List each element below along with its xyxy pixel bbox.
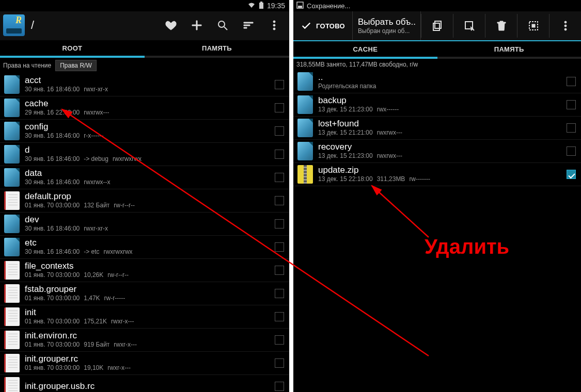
file-icon <box>4 261 20 280</box>
item-checkbox[interactable] <box>275 335 284 345</box>
app-icon[interactable] <box>3 14 25 36</box>
item-meta: 13 дек. 15 21:21:00rwxrwx--- <box>318 129 563 137</box>
file-list-right: ..Родительская папкаbackup13 дек. 15 21:… <box>293 70 581 392</box>
item-meta: 30 янв. 16 18:46:00-> debugrwxrwxrwx <box>25 155 272 164</box>
item-checkbox[interactable] <box>275 266 284 275</box>
item-text: d30 янв. 16 18:46:00-> debugrwxrwxrwx <box>25 145 272 163</box>
svg-point-2 <box>218 21 225 27</box>
tab-cache[interactable]: CACHE <box>293 41 437 59</box>
list-item[interactable]: recovery13 дек. 15 21:23:00rwxrwx--- <box>293 140 581 163</box>
item-meta: 01 янв. 70 03:00:00132 Байтrw-r--r-- <box>25 202 272 210</box>
list-item[interactable]: fstab.grouper01 янв. 70 03:00:001,47Krw-… <box>0 282 289 305</box>
list-item[interactable]: config30 янв. 16 18:46:00r-x------ <box>0 120 289 143</box>
item-checkbox[interactable] <box>275 242 284 252</box>
list-item[interactable]: update.zip13 дек. 15 22:18:00311,23MBrw-… <box>293 163 581 186</box>
item-text: init.grouper.usb.rc <box>25 382 272 391</box>
cut-icon[interactable] <box>453 14 485 38</box>
list-item[interactable]: etc30 янв. 16 18:46:00-> etcrwxrwxrwx <box>0 236 289 259</box>
svg-rect-1 <box>260 2 262 3</box>
list-item[interactable]: d30 янв. 16 18:46:00-> debugrwxrwxrwx <box>0 143 289 166</box>
done-button[interactable]: ГОТОВО <box>293 11 353 40</box>
folder-icon <box>4 238 20 256</box>
perm-toggle-button[interactable]: Права R/W <box>55 60 97 71</box>
favorite-icon[interactable] <box>159 13 183 37</box>
item-meta: 30 янв. 16 18:46:00r-x------ <box>25 132 272 140</box>
list-item[interactable]: default.prop01 янв. 70 03:00:00132 Байтr… <box>0 189 289 213</box>
list-item[interactable]: file_contexts01 янв. 70 03:00:0010,26Krw… <box>0 259 289 282</box>
item-name: fstab.grouper <box>25 285 272 295</box>
breadcrumb[interactable]: / <box>27 19 157 32</box>
item-text: init.environ.rc01 янв. 70 03:00:00919 Ба… <box>25 331 272 349</box>
file-icon <box>4 331 20 349</box>
item-name: lost+found <box>318 119 563 129</box>
tab-root[interactable]: ROOT <box>0 40 145 58</box>
item-name: d <box>25 145 272 155</box>
item-checkbox[interactable] <box>275 289 284 298</box>
item-meta: 13 дек. 15 22:18:00311,23MBrw------- <box>318 175 563 184</box>
list-item[interactable]: init.environ.rc01 янв. 70 03:00:00919 Ба… <box>0 329 289 352</box>
item-text: cache29 янв. 16 22:09:00rwxrwx--- <box>25 99 272 117</box>
svg-point-15 <box>564 28 567 30</box>
item-checkbox[interactable] <box>567 123 576 133</box>
item-checkbox[interactable] <box>275 126 284 136</box>
item-checkbox[interactable] <box>275 196 284 205</box>
list-item[interactable]: cache29 янв. 16 22:09:00rwxrwx--- <box>0 96 289 120</box>
item-checkbox[interactable] <box>275 382 284 391</box>
status-bar-right: Сохранение... <box>293 0 581 11</box>
perm-label: Права на чтение <box>3 62 51 69</box>
item-checkbox[interactable] <box>567 146 576 156</box>
list-item[interactable]: ..Родительская папка <box>293 70 581 93</box>
overflow-menu-icon[interactable] <box>262 13 286 37</box>
item-name: etc <box>25 238 272 248</box>
item-meta: 13 дек. 15 21:23:00rwxrwx--- <box>318 152 563 160</box>
item-text: file_contexts01 янв. 70 03:00:0010,26Krw… <box>25 262 272 279</box>
tabs-right: CACHE ПАМЯТЬ <box>293 41 581 59</box>
overflow-menu-icon[interactable] <box>549 14 581 38</box>
tab-memory[interactable]: ПАМЯТЬ <box>437 41 582 59</box>
item-text: lost+found13 дек. 15 21:21:00rwxrwx--- <box>318 119 563 137</box>
item-checkbox[interactable] <box>275 219 284 228</box>
svg-point-14 <box>564 25 567 27</box>
list-item[interactable]: dev30 янв. 16 18:46:00rwxr-xr-x <box>0 213 289 236</box>
search-icon[interactable] <box>211 13 234 37</box>
item-text: backup13 дек. 15 21:23:00rwx------ <box>318 96 563 113</box>
item-name: init.grouper.usb.rc <box>25 382 272 391</box>
item-checkbox[interactable] <box>275 150 284 159</box>
tab-memory[interactable]: ПАМЯТЬ <box>145 40 289 58</box>
item-checkbox[interactable] <box>275 103 284 112</box>
delete-icon[interactable] <box>485 14 517 38</box>
item-checkbox[interactable] <box>567 170 576 179</box>
list-item[interactable]: init.grouper.usb.rc <box>0 375 289 392</box>
status-bar: 19:35 <box>0 0 289 11</box>
item-checkbox[interactable] <box>275 80 284 89</box>
list-item[interactable]: init.grouper.rc01 янв. 70 03:00:0019,10K… <box>0 352 289 375</box>
add-icon[interactable] <box>185 13 209 37</box>
sort-icon[interactable] <box>237 13 260 37</box>
svg-point-13 <box>564 21 567 23</box>
list-item[interactable]: lost+found13 дек. 15 21:21:00rwxrwx--- <box>293 117 581 140</box>
folder-icon <box>297 119 313 137</box>
storage-info: 318,55MB занято, 117,47MB свободно, r/w <box>293 59 581 70</box>
item-checkbox[interactable] <box>567 77 576 86</box>
done-label: ГОТОВО <box>316 22 345 30</box>
folder-icon <box>297 142 313 160</box>
item-text: default.prop01 янв. 70 03:00:00132 Байтr… <box>25 192 272 209</box>
item-checkbox[interactable] <box>275 312 284 321</box>
copy-icon[interactable] <box>421 14 453 38</box>
item-name: cache <box>25 99 272 109</box>
item-meta: 01 янв. 70 03:00:0010,26Krw-r--r-- <box>25 271 272 280</box>
list-item[interactable]: init01 янв. 70 03:00:00175,21Krwxr-x--- <box>0 305 289 329</box>
list-item[interactable]: backup13 дек. 15 21:23:00rwx------ <box>293 93 581 117</box>
file-list-left: acct30 янв. 16 18:46:00rwxr-xr-xcache29 … <box>0 73 289 392</box>
item-text: etc30 янв. 16 18:46:00-> etcrwxrwxrwx <box>25 238 272 256</box>
item-checkbox[interactable] <box>275 358 284 368</box>
item-checkbox[interactable] <box>275 173 284 182</box>
item-meta: 13 дек. 15 21:23:00rwx------ <box>318 106 563 114</box>
list-item[interactable]: data30 янв. 16 18:46:00rwxrwx--x <box>0 166 289 189</box>
top-bar: / <box>0 11 289 40</box>
item-checkbox[interactable] <box>567 100 576 109</box>
item-meta: Родительская папка <box>318 83 563 91</box>
select-all-icon[interactable] <box>517 14 549 38</box>
list-item[interactable]: acct30 янв. 16 18:46:00rwxr-xr-x <box>0 73 289 96</box>
item-text: data30 янв. 16 18:46:00rwxrwx--x <box>25 169 272 186</box>
